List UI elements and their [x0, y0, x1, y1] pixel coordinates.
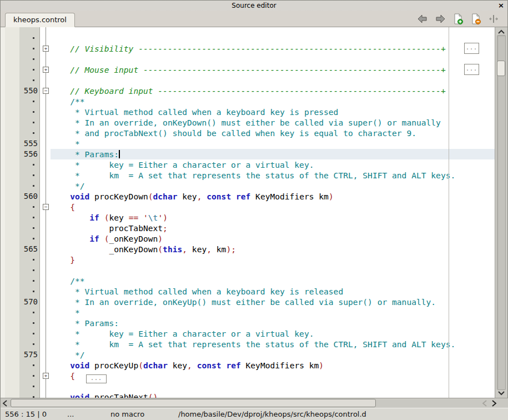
- line-content[interactable]: /**: [51, 96, 495, 107]
- vertical-scrollbar-thumb[interactable]: [497, 61, 505, 76]
- fold-cell[interactable]: [42, 360, 51, 371]
- fold-cell[interactable]: [42, 328, 51, 339]
- line-content[interactable]: [51, 75, 495, 86]
- fold-cell[interactable]: [42, 117, 51, 128]
- bookmark-cell[interactable]: [5, 328, 19, 339]
- fold-collapse-icon[interactable]: −: [43, 88, 49, 94]
- code-line[interactable]: * In an override, onKeyDown() must eithe…: [1, 117, 495, 128]
- new-document-button[interactable]: [452, 13, 464, 25]
- line-number[interactable]: [19, 223, 40, 233]
- line-content[interactable]: *: [51, 138, 495, 149]
- bookmark-cell[interactable]: [5, 181, 19, 191]
- line-number[interactable]: [19, 307, 40, 318]
- line-number[interactable]: [19, 75, 40, 86]
- fold-cell[interactable]: +: [42, 43, 51, 54]
- code-line[interactable]: [1, 75, 495, 86]
- vertical-scrollbar[interactable]: [495, 27, 507, 398]
- bookmark-cell[interactable]: [5, 297, 19, 307]
- bookmark-cell[interactable]: [5, 265, 19, 276]
- line-number[interactable]: [19, 117, 40, 128]
- code-line[interactable]: * key = Either a character or a virtual …: [1, 328, 495, 339]
- line-number[interactable]: 565: [19, 244, 40, 254]
- fold-cell[interactable]: [42, 297, 51, 307]
- bookmark-cell[interactable]: [5, 360, 19, 371]
- line-number[interactable]: [19, 265, 40, 276]
- line-number[interactable]: 555: [19, 138, 40, 149]
- code-line[interactable]: if (_onKeyDown): [1, 233, 495, 244]
- code-line[interactable]: 565 _onKeyDown(this, key, km);: [1, 244, 495, 254]
- code-line[interactable]: * km = A set that represents the status …: [1, 170, 495, 181]
- line-content[interactable]: */: [51, 181, 495, 191]
- line-number[interactable]: [19, 159, 40, 170]
- fold-cell[interactable]: [42, 181, 51, 191]
- line-content[interactable]: * Virtual method called when a keyboard …: [51, 286, 495, 297]
- line-content[interactable]: * key = Either a character or a virtual …: [51, 328, 495, 339]
- line-number[interactable]: [19, 54, 40, 64]
- fold-cell[interactable]: +: [42, 64, 51, 75]
- fold-cell[interactable]: [42, 318, 51, 328]
- horizontal-scrollbar-thumb[interactable]: [11, 399, 376, 407]
- line-content[interactable]: procTabNext;: [51, 223, 495, 233]
- fold-cell[interactable]: [42, 233, 51, 244]
- fold-cell[interactable]: [42, 339, 51, 349]
- line-number[interactable]: [19, 181, 40, 191]
- line-content[interactable]: if (key == '\t'): [51, 212, 495, 223]
- code-line[interactable]: 556 * Params:: [1, 149, 495, 159]
- collapsed-fold-box[interactable]: ...: [464, 64, 479, 75]
- line-number[interactable]: [19, 202, 40, 212]
- scroll-down-button[interactable]: [495, 389, 507, 397]
- line-number[interactable]: [19, 286, 40, 297]
- code-line[interactable]: [1, 54, 495, 64]
- line-number[interactable]: 550: [19, 86, 40, 96]
- fold-cell[interactable]: [42, 307, 51, 318]
- line-content[interactable]: * Params:: [51, 149, 495, 159]
- fold-expand-icon[interactable]: +: [43, 46, 49, 52]
- bookmark-cell[interactable]: [5, 107, 19, 117]
- bookmark-cell[interactable]: [5, 223, 19, 233]
- bookmark-cell[interactable]: [5, 244, 19, 254]
- fold-cell[interactable]: [42, 392, 51, 398]
- code-line[interactable]: + {...: [1, 371, 495, 381]
- line-number[interactable]: 575: [19, 349, 40, 360]
- code-line[interactable]: 555 *: [1, 138, 495, 149]
- line-content[interactable]: // Visibility --------------------------…: [51, 43, 495, 54]
- fold-cell[interactable]: [42, 33, 51, 43]
- line-content[interactable]: }: [51, 254, 495, 265]
- code-line[interactable]: * Virtual method called when a keyboard …: [1, 107, 495, 117]
- line-content[interactable]: * km = A set that represents the status …: [51, 170, 495, 181]
- line-content[interactable]: * In an override, onKeyUp() must either …: [51, 297, 495, 307]
- bookmark-cell[interactable]: [5, 54, 19, 64]
- code-line[interactable]: * and procTabNext() should be called whe…: [1, 128, 495, 138]
- bookmark-cell[interactable]: [5, 86, 19, 96]
- scroll-right-button[interactable]: [490, 398, 499, 408]
- titlebar[interactable]: Source editor ×: [1, 1, 507, 11]
- code-line[interactable]: * key = Either a character or a virtual …: [1, 159, 495, 170]
- scroll-up-button[interactable]: [495, 28, 507, 36]
- fold-cell[interactable]: −: [42, 86, 51, 96]
- bookmark-cell[interactable]: [5, 96, 19, 107]
- code-line[interactable]: 575 */: [1, 349, 495, 360]
- fold-collapse-icon[interactable]: −: [43, 204, 49, 210]
- bookmark-cell[interactable]: [5, 254, 19, 265]
- history-back-button[interactable]: [416, 13, 429, 25]
- fold-cell[interactable]: [42, 212, 51, 223]
- code-line[interactable]: */: [1, 181, 495, 191]
- bookmark-cell[interactable]: [5, 276, 19, 286]
- line-number[interactable]: [19, 254, 40, 265]
- line-content[interactable]: {...: [51, 371, 495, 381]
- line-content[interactable]: /**: [51, 276, 495, 286]
- bookmark-cell[interactable]: [5, 381, 19, 392]
- bookmark-cell[interactable]: [5, 233, 19, 244]
- line-content[interactable]: // Keyboard input ----------------------…: [51, 86, 495, 96]
- line-content[interactable]: * Virtual method called when a keyboard …: [51, 107, 495, 117]
- code-line[interactable]: /**: [1, 276, 495, 286]
- line-content[interactable]: * and procTabNext() should be called whe…: [51, 128, 495, 138]
- code-line[interactable]: + // Visibility ------------------------…: [1, 43, 495, 54]
- bookmark-cell[interactable]: [5, 371, 19, 381]
- line-number[interactable]: [19, 212, 40, 223]
- bookmark-cell[interactable]: [5, 64, 19, 75]
- close-window-icon[interactable]: ×: [498, 1, 504, 10]
- line-content[interactable]: if (_onKeyDown): [51, 233, 495, 244]
- bookmark-cell[interactable]: [5, 212, 19, 223]
- bookmark-cell[interactable]: [5, 75, 19, 86]
